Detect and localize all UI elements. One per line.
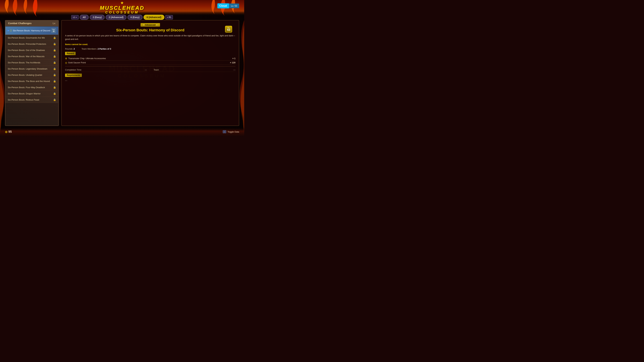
player-level: Lv. 53	[229, 3, 239, 8]
team-value: ---	[233, 68, 236, 71]
reward-section-label: Reward	[65, 52, 76, 55]
right-panel: Lv. 43 ● Advanced ● Six-Person Bouts: Ha…	[62, 20, 239, 126]
detail-description: A series of six-person bouts in which yo…	[65, 34, 236, 41]
level-badge: Lv. 43	[51, 28, 56, 33]
reward-quantity: × 120	[230, 61, 236, 64]
detail-warning: Items cannot be used.	[65, 43, 236, 45]
challenge-item[interactable]: ▶ ⬡ Six-Person Bouts: Harmony of Discord…	[5, 26, 58, 35]
toggle-data-hint: □ Toggle Data	[223, 130, 239, 133]
header: ★ MUSCLEHEAD COLOSSEUM	[0, 0, 244, 15]
reward-list: ⚙ Transmuter Chip: Ultimate Accessories …	[65, 56, 236, 65]
detail-lv-number: 43	[226, 28, 232, 32]
advanced-dot-right: ●	[156, 24, 157, 26]
dash-separator	[65, 66, 236, 66]
lock-icon: 🔒	[53, 86, 56, 89]
challenge-item[interactable]: Six-Person Bouts: The Boss and the Hound…	[5, 78, 58, 84]
lock-icon: 🔒	[53, 98, 56, 101]
gp-value: 95	[8, 130, 12, 134]
detail-level-badge: Lv. 43	[225, 26, 232, 32]
challenge-item[interactable]: Six-Person Bouts: Ululating Quartet 🔒	[5, 72, 58, 78]
challenge-item[interactable]: Six-Person Bouts: Primordial Protectors …	[5, 41, 58, 47]
advanced-badge-row: ● Advanced ●	[65, 23, 236, 27]
logo: ★ MUSCLEHEAD COLOSSEUM	[100, 1, 144, 14]
completion-time-value: ---	[145, 68, 147, 71]
completion-time-item: Completion Time ---	[65, 68, 147, 72]
gp-counter: ◎ 95	[5, 130, 12, 134]
lock-icon: 🔒	[53, 92, 56, 95]
completion-time-label: Completion Time	[65, 68, 82, 71]
detail-title: Six-Person Bouts: Harmony of Discord	[65, 28, 236, 32]
lock-icon: 🔒	[53, 42, 56, 45]
lock-icon: 🔒	[53, 49, 56, 51]
challenge-item-name: Six-Person Bouts: Gourmands Are We	[8, 36, 52, 39]
detail-stats-row: Rounds 2 Team Members 2 Parties of 3	[65, 48, 236, 50]
challenge-item[interactable]: Six-Person Bouts: War of the Mascots 🔒	[5, 53, 58, 59]
lock-icon: 🔒	[53, 73, 56, 76]
lock-icon: 🔒	[53, 61, 56, 64]
challenge-item-name: Six-Person Bouts: Four-Way Deadlock	[8, 86, 52, 89]
logo-star-icon: ★	[120, 1, 124, 5]
challenge-item[interactable]: Six-Person Bouts: The Archfiends 🔒	[5, 59, 58, 66]
challenge-active-icon: ⬡	[10, 29, 12, 32]
panel-header-lv: Lv.	[53, 22, 56, 25]
stats-grid: Completion Time --- Team ---	[65, 68, 236, 72]
tab-navigation: L1 « All 2 (Easy) 2 (Advanced) 6 (Easy) …	[0, 15, 244, 20]
tab-next-button[interactable]: » R1	[165, 15, 173, 19]
challenge-item-name: Six-Person Bouts: Ululating Quartet	[8, 74, 52, 76]
reward-item: ⚙ Transmuter Chip: Ultimate Accessories …	[65, 56, 236, 61]
team-label: Team	[154, 68, 159, 71]
tab-6advanced[interactable]: 6 (Advanced)	[144, 15, 164, 20]
lock-icon: 🔒	[53, 36, 56, 39]
selector-arrow-icon: ▶	[8, 29, 9, 32]
challenge-item[interactable]: Six-Person Bouts: Legendary Showdown 🔒	[5, 66, 58, 72]
player-name: Cloud	[217, 3, 229, 8]
challenge-item[interactable]: Six-Person Bouts: Four-Way Deadlock 🔒	[5, 84, 58, 90]
right-panel-inner: Lv. 43 ● Advanced ● Six-Person Bouts: Ha…	[65, 23, 236, 83]
lock-icon: 🔒	[53, 55, 56, 58]
challenge-item[interactable]: Six-Person Bouts: Dragon Warrior 🔒	[5, 90, 58, 97]
team-members-stat: Team Members 2 Parties of 3	[82, 48, 111, 50]
reward-name: Transmuter Chip: Ultimate Accessories	[68, 57, 106, 60]
gp-icon: ◎	[5, 130, 8, 133]
player-info: Cloud Lv. 53	[217, 3, 239, 8]
requirements-content: ---	[65, 78, 236, 83]
gold-saucer-icon: ◎	[65, 61, 67, 64]
challenge-item-name: Six-Person Bouts: Legendary Showdown	[8, 67, 52, 70]
panel-header-title: Combat Challenges	[8, 22, 32, 25]
rounds-stat: Rounds 2	[65, 48, 75, 50]
challenge-item-name: Six-Person Bouts: Riotous Feast	[8, 98, 52, 101]
reward-item: ◎ Gold Saucer Point × 120	[65, 61, 236, 65]
requirements-section-label: Requirements	[65, 73, 82, 77]
challenge-item-name: Six-Person Bouts: Out of the Shadows	[8, 49, 52, 51]
panel-header: Combat Challenges Lv.	[5, 20, 58, 26]
challenge-item-name: Six-Person Bouts: Harmony of Discord	[13, 29, 51, 32]
challenge-item-name: Six-Person Bouts: The Boss and the Hound	[8, 80, 52, 82]
challenge-list: ▶ ⬡ Six-Person Bouts: Harmony of Discord…	[5, 26, 58, 125]
rounds-label: Rounds	[65, 48, 72, 50]
tab-prev-button[interactable]: L1 «	[71, 15, 79, 19]
rounds-value: 2	[74, 48, 75, 50]
reward-name: Gold Saucer Point	[68, 61, 86, 64]
challenge-item[interactable]: Six-Person Bouts: Gourmands Are We 🔒	[5, 35, 58, 41]
main-content: Combat Challenges Lv. ▶ ⬡ Six-Person Bou…	[5, 20, 239, 126]
left-panel: Combat Challenges Lv. ▶ ⬡ Six-Person Bou…	[5, 20, 59, 126]
bottom-bar: ◎ 95 □ Toggle Data	[0, 127, 244, 137]
toggle-key-hint: □	[223, 130, 226, 133]
challenge-item-name: Six-Person Bouts: War of the Mascots	[8, 55, 52, 58]
tab-all[interactable]: All	[80, 15, 89, 20]
advanced-dot-left: ●	[143, 24, 144, 26]
challenge-item-name: Six-Person Bouts: Primordial Protectors	[8, 43, 52, 45]
logo-title-line1: MUSCLEHEAD	[100, 5, 144, 11]
advanced-badge: ● Advanced ●	[140, 23, 160, 27]
challenge-item[interactable]: Six-Person Bouts: Riotous Feast 🔒	[5, 97, 58, 103]
team-members-value: 2 Parties of 3	[98, 48, 111, 50]
reward-quantity: × 1	[232, 57, 236, 60]
logo-title-line2: COLOSSEUM	[105, 10, 139, 14]
tab-6easy[interactable]: 6 (Easy)	[128, 15, 142, 20]
tab-2advanced[interactable]: 2 (Advanced)	[106, 15, 126, 20]
team-item: Team ---	[154, 68, 236, 72]
toggle-data-label: Toggle Data	[228, 131, 239, 133]
lock-icon: 🔒	[53, 80, 56, 82]
challenge-item[interactable]: Six-Person Bouts: Out of the Shadows 🔒	[5, 47, 58, 53]
tab-2easy[interactable]: 2 (Easy)	[90, 15, 105, 20]
